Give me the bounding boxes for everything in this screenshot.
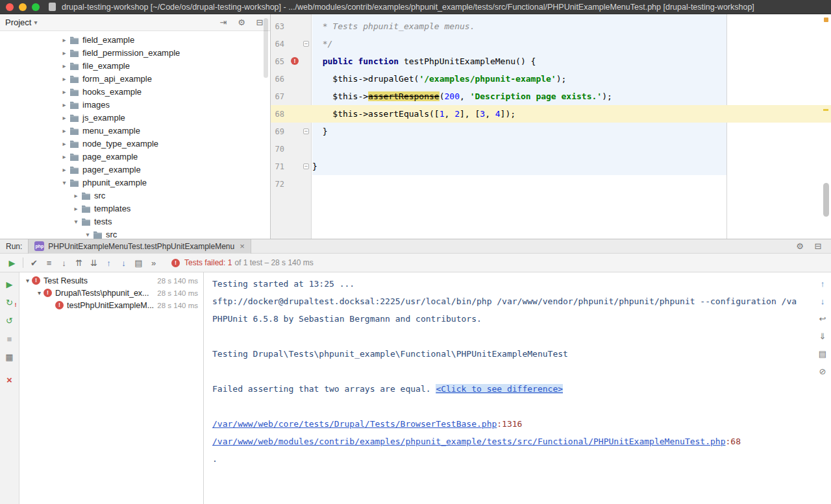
code-line[interactable]: 69− } [271, 123, 831, 140]
project-item[interactable]: ▸field_example [0, 33, 270, 46]
run-settings-button[interactable]: ⚙ [795, 241, 805, 251]
clear-all-button[interactable]: ⊘ [817, 365, 828, 377]
project-settings-button[interactable]: ⚙ [236, 18, 247, 27]
project-item[interactable]: ▸hooks_example [0, 85, 270, 98]
up-stack-trace-button[interactable]: ↑ [817, 278, 828, 289]
chevron-right-icon[interactable]: ▸ [60, 62, 69, 69]
project-item[interactable]: ▸pager_example [0, 163, 270, 176]
fold-marker-icon[interactable]: − [303, 41, 309, 47]
close-window-button[interactable] [6, 3, 14, 11]
scroll-to-end-button[interactable]: ⇓ [817, 330, 828, 342]
code-line[interactable]: 68 $this->assertEquals([1, 2], [3, 4]); [271, 105, 831, 123]
inspection-status-icon[interactable] [824, 18, 828, 22]
close-tab-icon[interactable]: × [240, 242, 245, 250]
chevron-down-icon[interactable]: ▾ [71, 218, 81, 225]
toolbar-more-chevron[interactable]: » [146, 256, 161, 269]
project-item[interactable]: ▸js_example [0, 111, 270, 124]
scroll-from-source-button[interactable]: ⇥ [218, 18, 229, 27]
show-output-button[interactable]: ≡ [42, 256, 56, 269]
print-button[interactable]: ▤ [817, 348, 828, 359]
project-item[interactable]: ▸src [0, 189, 270, 202]
project-item[interactable]: ▸templates [0, 202, 270, 215]
chevron-right-icon[interactable]: ▸ [60, 49, 69, 56]
line-number[interactable]: 66 [271, 75, 284, 84]
code-line[interactable]: 67 $this->assertResponse(200, 'Descripti… [271, 88, 831, 105]
project-item[interactable]: ▸form_api_example [0, 72, 270, 85]
project-view-selector[interactable]: Project ▾ [5, 18, 38, 27]
down-stack-trace-button[interactable]: ↓ [817, 295, 828, 307]
chevron-right-icon[interactable]: ▸ [60, 36, 69, 43]
code-line[interactable]: 70 [271, 140, 831, 158]
line-number[interactable]: 72 [271, 180, 284, 189]
line-number[interactable]: 64 [271, 40, 284, 49]
restore-layout-button[interactable]: ▦ [4, 351, 16, 363]
line-number[interactable]: 63 [271, 22, 284, 31]
chevron-right-icon[interactable]: ▸ [60, 75, 69, 82]
rerun-tests-button[interactable]: ▶ [5, 256, 19, 269]
console-link[interactable]: /var/www/web/modules/contrib/examples/ph… [212, 437, 726, 446]
chevron-down-icon[interactable]: ▾ [23, 277, 32, 284]
code-line[interactable]: 64− */ [271, 35, 831, 53]
rerun-failed-tests-button[interactable]: ↻! [4, 296, 16, 308]
chevron-right-icon[interactable]: ▸ [60, 101, 69, 108]
chevron-right-icon[interactable]: ▸ [60, 166, 69, 173]
soft-wrap-button[interactable]: ↩ [817, 313, 828, 324]
failed-test-gutter-icon[interactable]: ! [291, 57, 299, 65]
editor-scrollbar[interactable] [823, 183, 829, 217]
warning-stripe-mark[interactable] [823, 109, 828, 111]
console-link[interactable]: /var/www/web/core/tests/Drupal/Tests/Bro… [212, 419, 497, 429]
project-item[interactable]: ▸page_example [0, 150, 270, 163]
import-test-results-button[interactable]: ▤ [131, 256, 146, 269]
fold-marker-icon[interactable]: − [303, 128, 309, 134]
chevron-down-icon[interactable]: ▾ [83, 231, 92, 238]
line-number[interactable]: 69 [271, 127, 284, 136]
line-number[interactable]: 71 [271, 162, 284, 171]
code-line[interactable]: 71−} [271, 158, 831, 175]
stop-button[interactable]: ■ [4, 333, 16, 344]
project-item[interactable]: ▸menu_example [0, 124, 270, 137]
test-tree-item[interactable]: !testPhpUnitExampleM...28 s 140 ms [19, 299, 203, 311]
code-line[interactable]: 63 * Tests phpunit_example menus. [271, 18, 831, 35]
sort-by-duration-button[interactable]: ↓ [56, 256, 71, 269]
project-item[interactable]: ▸field_permission_example [0, 46, 270, 59]
collapse-all-button[interactable]: ⇊ [86, 256, 101, 269]
chevron-right-icon[interactable]: ▸ [71, 192, 81, 199]
zoom-window-button[interactable] [32, 3, 40, 11]
previous-failed-test-button[interactable]: ↑ [101, 256, 116, 269]
line-number[interactable]: 65 [271, 57, 284, 66]
chevron-down-icon[interactable]: ▾ [35, 289, 43, 296]
project-item[interactable]: ▾tests [0, 215, 270, 228]
run-tab[interactable]: php PHPUnitExampleMenuTest.testPhpUnitEx… [28, 239, 251, 254]
toggle-auto-test-button[interactable]: ↺ [4, 315, 16, 326]
rerun-button[interactable]: ▶ [4, 278, 16, 290]
code-line[interactable]: 65! public function testPhpUnitExampleMe… [271, 53, 831, 70]
chevron-right-icon[interactable]: ▸ [60, 127, 69, 134]
project-item[interactable]: ▾phpunit_example [0, 176, 270, 189]
show-passed-button[interactable]: ✔ [27, 256, 42, 269]
project-scrollbar[interactable] [264, 18, 268, 78]
chevron-right-icon[interactable]: ▸ [60, 114, 69, 121]
project-item[interactable]: ▸node_type_example [0, 137, 270, 150]
expand-all-button[interactable]: ⇈ [71, 256, 86, 269]
hide-run-panel-button[interactable]: ⊟ [813, 241, 823, 251]
project-item[interactable]: ▸file_example [0, 59, 270, 72]
chevron-down-icon[interactable]: ▾ [60, 179, 69, 186]
close-button[interactable]: × [4, 374, 16, 385]
minimize-window-button[interactable] [19, 3, 27, 11]
chevron-right-icon[interactable]: ▸ [60, 140, 69, 147]
fold-marker-icon[interactable]: − [303, 163, 309, 169]
test-tree-item[interactable]: ▾!Drupal\Tests\phpunit_ex...28 s 140 ms [19, 287, 203, 299]
project-item[interactable]: ▸images [0, 98, 270, 111]
chevron-right-icon[interactable]: ▸ [60, 153, 69, 160]
code-line[interactable]: 72 [271, 175, 831, 193]
chevron-right-icon[interactable]: ▸ [60, 88, 69, 95]
project-item[interactable]: ▾src [0, 228, 270, 239]
line-number[interactable]: 68 [271, 110, 284, 119]
editor[interactable]: 63 * Tests phpunit_example menus.64− */6… [271, 14, 831, 239]
line-number[interactable]: 67 [271, 92, 284, 101]
test-tree-item[interactable]: ▾!Test Results28 s 140 ms [19, 274, 203, 287]
chevron-right-icon[interactable]: ▸ [71, 205, 81, 212]
code-line[interactable]: 66 $this->drupalGet('/examples/phpunit-e… [271, 70, 831, 88]
console-link[interactable]: <Click to see difference> [436, 384, 563, 394]
next-failed-test-button[interactable]: ↓ [116, 256, 131, 269]
